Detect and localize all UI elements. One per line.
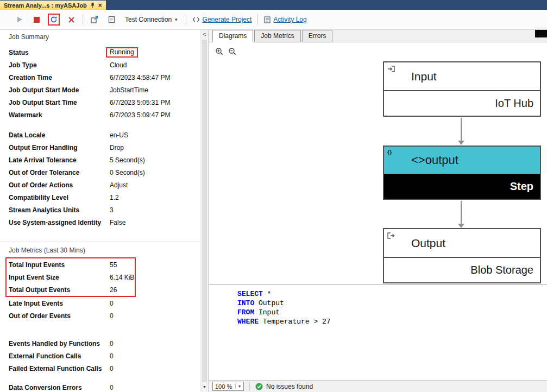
row-label: Data Conversion Errors (9, 384, 110, 391)
tab-strip: Diagrams Job Metrics Errors (209, 30, 547, 42)
row-value: 6/7/2023 5:09:47 PM (110, 111, 200, 119)
summary-row: Job Type Cloud (9, 59, 200, 71)
generate-project-icon (192, 16, 200, 23)
toolbar: Test Connection ▾ Generate Project Activ… (0, 10, 547, 30)
document-tab[interactable]: Stream Analy...s : myASAJob × (0, 1, 106, 10)
row-value: 0 (110, 384, 200, 391)
test-connection-button[interactable]: Test Connection ▾ (123, 15, 180, 24)
open-in-portal-button[interactable] (89, 14, 100, 25)
row-label: Watermark (9, 111, 110, 119)
summary-row: Compatibility Level 1.2 (9, 191, 200, 204)
row-value: 0 (110, 312, 200, 320)
diagram-canvas[interactable]: Input IoT Hub {} <>output Step (209, 42, 547, 284)
summary-row: Out of Order Actions Adjust (9, 179, 200, 191)
row-value: Cloud (110, 61, 200, 69)
row-label: Job Type (9, 61, 110, 69)
row-value: 3 (110, 206, 200, 214)
row-label: Input Event Size (9, 274, 110, 281)
diagram-node-input[interactable]: Input IoT Hub (383, 61, 541, 117)
row-value: 55 (110, 261, 135, 269)
sql-text: * (263, 290, 272, 298)
annotation-box-metrics: Total Input Events 55 Input Event Size 6… (5, 257, 136, 297)
start-button[interactable] (14, 14, 25, 25)
row-value: en-US (110, 131, 200, 139)
zoom-out-icon (228, 47, 237, 56)
summary-row: Job Output Start Time 6/7/2023 5:05:31 P… (9, 96, 200, 109)
flow-arrow (461, 118, 462, 141)
node-input-header: Input (384, 62, 540, 91)
row-value: 0 (110, 352, 200, 360)
row-value: JobStartTime (110, 86, 200, 94)
summary-row: Creation Time 6/7/2023 4:58:47 PM (9, 71, 200, 84)
node-subtitle: IoT Hub (384, 91, 540, 116)
row-label: Job Output Start Mode (9, 86, 110, 94)
tab-errors[interactable]: Errors (302, 30, 333, 42)
query-line: FROM Input (237, 308, 547, 317)
sql-keyword: INTO (237, 299, 254, 307)
row-label: Late Input Events (9, 300, 110, 307)
row-value: 0 (110, 300, 200, 307)
row-label: Status (9, 49, 110, 56)
document-tab-title: Stream Analy...s : myASAJob (4, 2, 87, 9)
generate-project-link[interactable]: Generate Project (192, 16, 252, 23)
row-value: 26 (110, 286, 135, 294)
status-bar: 100 % ▾ No issues found (209, 380, 547, 392)
query-editor[interactable]: SELECT * INTO Output FROM Input WHERE Te… (209, 284, 547, 380)
left-panel-scrollbar[interactable]: < ▼ (200, 30, 208, 392)
activity-log-link[interactable]: Activity Log (264, 16, 306, 23)
row-value: Adjust (110, 181, 200, 189)
pin-icon[interactable] (90, 2, 95, 9)
zoom-level-select[interactable]: 100 % ▾ (212, 382, 244, 391)
tab-job-metrics[interactable]: Job Metrics (254, 30, 300, 42)
sql-keyword: SELECT (237, 290, 263, 298)
metrics-row: External Function Calls 0 (9, 350, 200, 362)
summary-row: Use System-assigned Identity False (9, 216, 200, 229)
toolbar-separator (83, 14, 83, 25)
row-value: 5 Second(s) (110, 156, 200, 164)
summary-row: Out of Order Tolerance 0 Second(s) (9, 166, 200, 179)
row-label: Out of Order Tolerance (9, 169, 110, 176)
sql-keyword: FROM (237, 308, 254, 317)
row-value: False (110, 219, 200, 226)
script-file-icon (108, 16, 115, 23)
node-title: Input (411, 70, 437, 83)
node-subtitle: Step (384, 174, 540, 199)
open-script-button[interactable] (106, 14, 117, 25)
metrics-row: Failed External Function Calls 0 (9, 362, 200, 375)
job-summary-panel: Job Summary Status Running Job Type Clou… (0, 30, 209, 392)
sql-text: Input (254, 308, 280, 317)
job-summary-title: Job Summary (9, 32, 200, 41)
status-badge: Running (106, 47, 138, 58)
row-label: Events Handled by Functions (9, 340, 110, 347)
output-node-icon (387, 231, 395, 241)
summary-row: Output Error Handling Drop (9, 141, 200, 154)
corner-artifact (535, 30, 547, 37)
row-value: 6/7/2023 5:05:31 PM (110, 99, 200, 106)
row-label: Total Input Events (9, 261, 110, 269)
tab-diagrams[interactable]: Diagrams (212, 30, 253, 42)
generate-project-label: Generate Project (203, 16, 252, 23)
input-node-icon (387, 65, 395, 74)
row-label: Use System-assigned Identity (9, 219, 110, 226)
collapse-panel-button[interactable]: < (201, 30, 208, 39)
activity-log-icon (264, 16, 271, 23)
diagram-node-step[interactable]: {} <>output Step (383, 146, 541, 200)
flow-arrow (461, 201, 462, 224)
chevron-down-icon: ▾ (175, 17, 178, 22)
diagram-node-output[interactable]: Output Blob Storage (383, 228, 541, 283)
zoom-in-button[interactable] (215, 47, 224, 56)
stop-button[interactable] (31, 14, 42, 25)
scrollbar-down-arrow[interactable]: ▼ (201, 383, 208, 391)
braces-icon: {} (387, 149, 392, 155)
metrics-row: Total Output Events 26 (9, 283, 135, 296)
open-external-icon (91, 16, 98, 23)
row-label: Job Output Start Time (9, 99, 110, 106)
statusbar-separator (249, 383, 250, 390)
scrollbar-thumb[interactable] (202, 40, 207, 382)
close-tab-icon[interactable]: × (98, 3, 102, 8)
refresh-button[interactable] (48, 14, 60, 26)
node-step-header: {} <>output (384, 147, 540, 174)
zoom-out-button[interactable] (228, 47, 237, 56)
delete-button[interactable] (66, 14, 77, 25)
row-label: Creation Time (9, 74, 110, 81)
